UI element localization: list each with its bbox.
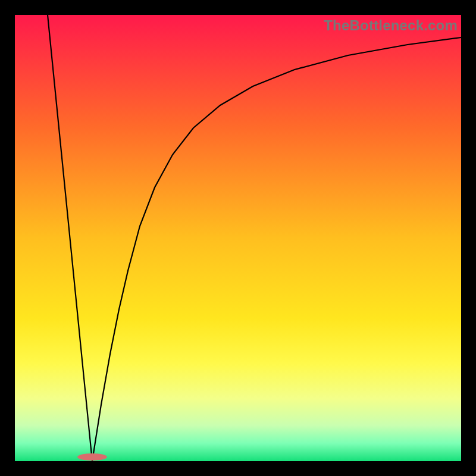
chart-frame: { "watermark": "TheBottleneck.com", "col…	[0, 0, 476, 476]
plot-area: TheBottleneck.com	[15, 15, 461, 461]
chart-svg	[15, 15, 461, 461]
background-gradient	[15, 15, 461, 461]
watermark-text: TheBottleneck.com	[324, 17, 458, 34]
optimum-marker	[77, 453, 107, 461]
